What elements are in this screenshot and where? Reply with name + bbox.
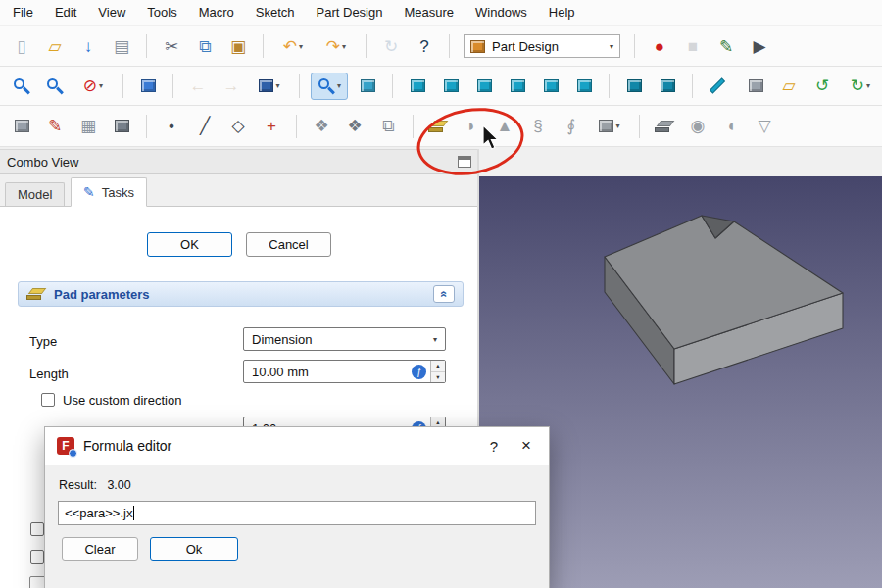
paste-icon[interactable]: ▣: [224, 32, 252, 60]
additive-helix-icon[interactable]: ∮: [558, 113, 585, 140]
macro-record-icon[interactable]: ●: [646, 32, 673, 60]
pad-icon[interactable]: [424, 113, 452, 140]
custom-direction-checkbox[interactable]: [41, 393, 55, 407]
link-actions-icon[interactable]: ↻▾: [842, 73, 879, 100]
symmetric-checkbox[interactable]: [30, 522, 44, 536]
macro-play-icon[interactable]: ▶: [746, 32, 773, 60]
length-spinner[interactable]: ▴ ▾: [430, 361, 445, 382]
create-group-icon[interactable]: ▱: [775, 73, 803, 100]
collapse-button[interactable]: «: [433, 285, 455, 303]
reversed-checkbox[interactable]: [30, 550, 44, 564]
new-file-icon[interactable]: ▯: [8, 32, 35, 60]
tab-model-label: Model: [18, 187, 52, 202]
cancel-button[interactable]: Cancel: [246, 232, 331, 257]
validate-sketch-icon[interactable]: [108, 113, 135, 140]
copy-icon[interactable]: ⧉: [191, 32, 219, 60]
menu-item-macro[interactable]: Macro: [188, 0, 245, 25]
view-isometric-icon[interactable]: [620, 73, 648, 100]
refresh-icon[interactable]: ↻: [377, 32, 405, 60]
ok-button[interactable]: OK: [147, 232, 232, 257]
close-icon[interactable]: ×: [515, 436, 537, 456]
make-link-icon[interactable]: ↺: [808, 73, 836, 100]
view-bottom-icon[interactable]: [537, 73, 564, 100]
view-dimetric-icon[interactable]: [654, 73, 681, 100]
shape-binder-icon[interactable]: ❖: [308, 113, 335, 140]
type-select[interactable]: Dimension ▾: [243, 327, 446, 351]
view-front-icon[interactable]: [404, 73, 431, 100]
clear-button[interactable]: Clear: [62, 537, 138, 561]
open-file-icon[interactable]: ▱: [41, 32, 69, 60]
macro-stop-icon[interactable]: ■: [679, 32, 707, 60]
print-icon[interactable]: ▤: [108, 32, 135, 60]
view-left-icon[interactable]: [570, 73, 598, 100]
datum-cs-icon[interactable]: +: [258, 113, 285, 140]
menu-item-windows[interactable]: Windows: [465, 0, 538, 25]
fit-all-icon[interactable]: [8, 73, 35, 100]
measure-icon[interactable]: [704, 73, 731, 100]
home-view-icon[interactable]: ▾: [251, 73, 288, 100]
redo-icon[interactable]: ↷▾: [318, 32, 355, 60]
result-value: 3.00: [107, 478, 130, 492]
view-rear-icon[interactable]: [504, 73, 531, 100]
axonometric-view-icon[interactable]: [354, 73, 381, 100]
tab-tasks[interactable]: ✎ Tasks: [71, 177, 147, 207]
undo-icon[interactable]: ↶▾: [274, 32, 312, 60]
additive-primitive-icon[interactable]: ▾: [591, 113, 628, 140]
sub-shape-binder-icon[interactable]: ❖: [341, 113, 368, 140]
whats-this-icon[interactable]: ?: [411, 32, 438, 60]
fit-selection-icon[interactable]: [41, 73, 69, 100]
zoom-icon[interactable]: ▾: [311, 73, 348, 100]
view-top-icon[interactable]: [437, 73, 465, 100]
draw-style-icon[interactable]: [134, 73, 162, 100]
menu-item-file[interactable]: File: [2, 0, 44, 25]
datum-plane-icon[interactable]: ◇: [224, 113, 252, 140]
create-part-icon[interactable]: [742, 73, 769, 100]
view-right-icon: [477, 79, 492, 92]
view-right-icon[interactable]: [470, 73, 498, 100]
pocket-icon[interactable]: [651, 113, 678, 140]
view-bottom-icon: [544, 79, 559, 92]
datum-line-icon[interactable]: ╱: [191, 113, 219, 140]
menu-item-part-design[interactable]: Part Design: [306, 0, 394, 25]
toolbar-separator: [692, 74, 693, 98]
formula-ok-button[interactable]: Ok: [150, 537, 238, 561]
pad-parameters-header[interactable]: Pad parameters «: [18, 281, 464, 307]
menu-item-tools[interactable]: Tools: [136, 0, 187, 25]
create-sketch-icon[interactable]: ✎: [41, 113, 69, 140]
menu-item-help[interactable]: Help: [538, 0, 586, 25]
subtractive-loft-icon[interactable]: ▽: [751, 113, 778, 140]
selection-filter-icon[interactable]: ⊘▾: [74, 73, 112, 100]
spin-up-icon[interactable]: ▴: [431, 361, 445, 372]
nav-back-icon[interactable]: ←: [184, 73, 212, 100]
float-panel-icon[interactable]: [458, 156, 471, 168]
groove-icon[interactable]: ◖: [717, 113, 745, 140]
workbench-selector[interactable]: Part Design▾: [464, 34, 620, 58]
macro-stop-icon: ■: [688, 38, 698, 55]
dialog-titlebar[interactable]: F Formula editor ? ×: [45, 427, 549, 465]
tab-model[interactable]: Model: [5, 182, 65, 206]
type-label: Type: [29, 334, 57, 349]
clone-icon: ⧉: [382, 118, 394, 134]
hole-icon[interactable]: ◉: [684, 113, 711, 140]
formula-icon[interactable]: ƒ: [412, 365, 426, 379]
menu-item-edit[interactable]: Edit: [44, 0, 87, 25]
chevron-down-icon: ▾: [299, 42, 303, 51]
clone-icon[interactable]: ⧉: [374, 113, 402, 140]
help-button[interactable]: ?: [472, 438, 515, 455]
combo-view-tabbar: Model ✎ Tasks: [0, 175, 478, 207]
nav-forward-icon[interactable]: →: [218, 73, 245, 100]
save-file-icon[interactable]: ↓: [74, 32, 102, 60]
additive-pipe-icon[interactable]: §: [524, 113, 552, 140]
menu-item-sketch[interactable]: Sketch: [245, 0, 306, 25]
create-body-icon[interactable]: [8, 113, 35, 140]
length-input[interactable]: 10.00 mm ƒ ▴ ▾: [243, 360, 446, 383]
cut-icon[interactable]: ✂: [158, 32, 185, 60]
expression-input[interactable]: <<para>>.jx: [58, 501, 536, 525]
revolution-icon[interactable]: ◗: [458, 113, 485, 140]
menu-item-measure[interactable]: Measure: [393, 0, 465, 25]
datum-point-icon[interactable]: •: [158, 113, 185, 140]
menu-item-view[interactable]: View: [87, 0, 136, 25]
spin-down-icon[interactable]: ▾: [431, 372, 445, 383]
attach-sketch-icon[interactable]: ▦: [74, 113, 102, 140]
macro-edit-icon[interactable]: ✎: [712, 32, 740, 60]
